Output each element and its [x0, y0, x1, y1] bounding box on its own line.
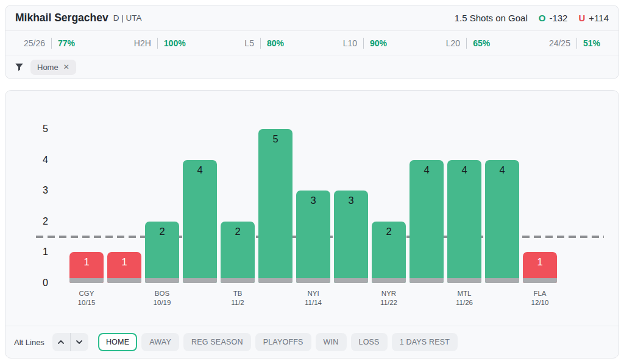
remove-filter-icon[interactable]: ✕ — [63, 63, 69, 71]
x-axis-team: FLA — [531, 289, 549, 298]
bar-value-label: 1 — [69, 256, 104, 268]
chart-bar-5[interactable]: 5 — [258, 129, 292, 283]
stat-item: 25/2677% — [24, 38, 75, 49]
bar-base-strip — [145, 278, 179, 283]
stat-value: 51% — [583, 38, 600, 48]
stat-value: 77% — [58, 38, 75, 48]
chart-bar-3[interactable]: 4 — [183, 160, 217, 283]
alt-line-up-button[interactable] — [52, 333, 70, 351]
x-axis-team: TB — [231, 289, 244, 298]
x-axis-label: MTL11/26 — [456, 289, 473, 307]
x-axis-label: FLA12/10 — [531, 289, 549, 307]
chart-bar-12[interactable]: 1 — [523, 252, 557, 283]
y-axis-tick: 3 — [24, 184, 48, 197]
x-axis-team: BOS — [154, 289, 171, 298]
filter-button-reg-season[interactable]: REG SEASON — [183, 333, 251, 351]
filter-chip-label: Home — [37, 63, 58, 72]
alt-lines-label: Alt Lines — [14, 338, 44, 347]
filter-button-home[interactable]: HOME — [98, 333, 137, 351]
y-axis-tick: 2 — [24, 215, 48, 228]
bar-value-label: 4 — [410, 164, 444, 176]
stat-value: 90% — [370, 38, 387, 48]
player-prop-card: Mikhail Sergachev D | UTA 1.5 Shots on G… — [5, 5, 619, 79]
filter-chip-home[interactable]: Home ✕ — [30, 60, 76, 75]
y-axis-tick: 0 — [24, 276, 48, 290]
x-axis-team: NYR — [380, 289, 397, 298]
under-icon: U — [578, 13, 585, 23]
chart-bar-4[interactable]: 2 — [221, 222, 255, 283]
bar-value-label: 2 — [372, 226, 406, 237]
x-axis-date: 11/2 — [231, 298, 244, 307]
filter-button-loss[interactable]: LOSS — [351, 333, 388, 351]
bar-value-label: 5 — [258, 133, 292, 145]
filter-button-away[interactable]: AWAY — [141, 333, 179, 351]
x-axis-label: NYR11/22 — [380, 289, 397, 307]
filter-row: Home ✕ — [5, 55, 619, 79]
x-axis-date: 12/10 — [531, 298, 549, 307]
player-position-team: D | UTA — [113, 13, 142, 23]
over-odds-button[interactable]: O -132 — [539, 13, 568, 23]
chart-bar-10[interactable]: 4 — [447, 160, 481, 283]
bar-chart: 0123451CGY10/1512BOS10/1942TB11/253NYI11… — [5, 91, 619, 326]
stat-divider — [363, 38, 364, 49]
chart-bar-2[interactable]: 2 — [145, 222, 179, 283]
x-axis-team: MTL — [456, 289, 473, 298]
x-axis-label: TB11/2 — [231, 289, 244, 307]
chart-bar-1[interactable]: 1 — [107, 252, 141, 283]
x-axis-team: NYI — [305, 289, 322, 298]
bar-value-label: 3 — [296, 195, 330, 206]
bar-base-strip — [523, 278, 557, 283]
stat-value: 65% — [473, 38, 490, 48]
x-axis-label: CGY10/15 — [78, 289, 96, 307]
bar-value-label: 2 — [221, 226, 255, 237]
chart-bar-0[interactable]: 1 — [69, 252, 104, 283]
y-axis-tick: 5 — [24, 122, 48, 136]
chart-bar-11[interactable]: 4 — [485, 160, 519, 283]
stat-value: 80% — [267, 38, 284, 48]
hit-rate-stats-row: 25/2677%H2H100%L580%L1090%L2065%24/2551% — [5, 31, 619, 55]
filter-button-1-days-rest[interactable]: 1 DAYS REST — [392, 333, 458, 351]
alt-line-down-button[interactable] — [71, 333, 88, 351]
bar-value-label: 4 — [447, 164, 481, 176]
prop-label: 1.5 Shots on Goal — [455, 13, 528, 23]
y-axis-tick: 4 — [24, 153, 48, 167]
x-axis-date: 10/19 — [154, 298, 171, 307]
bar-value-label: 4 — [183, 164, 217, 176]
chart-bar-6[interactable]: 3 — [296, 191, 330, 283]
x-axis-team: CGY — [78, 289, 96, 298]
bar-base-strip — [410, 278, 444, 283]
stat-item: 24/2551% — [549, 38, 600, 49]
stat-label: L5 — [244, 38, 254, 48]
y-axis-tick: 1 — [24, 245, 48, 259]
stat-label: L20 — [446, 38, 460, 48]
x-axis-date: 11/14 — [305, 298, 322, 307]
stat-item: L2065% — [446, 38, 490, 49]
bar-base-strip — [485, 278, 519, 283]
bar-base-strip — [183, 278, 217, 283]
bar-base-strip — [258, 278, 292, 283]
bar-value-label: 1 — [523, 256, 557, 268]
over-odds-value: -132 — [549, 13, 567, 23]
filter-button-playoffs[interactable]: PLAYOFFS — [255, 333, 311, 351]
under-odds-value: +114 — [589, 13, 609, 23]
chart-bar-9[interactable]: 4 — [410, 160, 444, 283]
stat-item: H2H100% — [134, 38, 186, 49]
x-axis-date: 10/15 — [78, 298, 96, 307]
bar-value-label: 3 — [334, 195, 368, 206]
stat-divider — [466, 38, 467, 49]
x-axis-date: 11/26 — [456, 298, 473, 307]
bar-base-strip — [447, 278, 481, 283]
chart-bar-7[interactable]: 3 — [334, 191, 368, 283]
x-axis-label: NYI11/14 — [305, 289, 322, 307]
chevron-up-icon — [57, 340, 65, 345]
stat-label: L10 — [343, 38, 357, 48]
stat-item: L580% — [244, 38, 284, 49]
card-header: Mikhail Sergachev D | UTA 1.5 Shots on G… — [5, 5, 619, 31]
filter-button-win[interactable]: WIN — [316, 333, 347, 351]
chart-bar-8[interactable]: 2 — [372, 222, 406, 283]
under-odds-button[interactable]: U +114 — [578, 13, 609, 23]
x-axis-date: 11/22 — [380, 298, 397, 307]
chart-controls: Alt Lines HOMEAWAYREG SEASONPLAYOFFSWINL… — [5, 326, 619, 358]
bar-base-strip — [372, 278, 406, 283]
bar-base-strip — [221, 278, 255, 283]
